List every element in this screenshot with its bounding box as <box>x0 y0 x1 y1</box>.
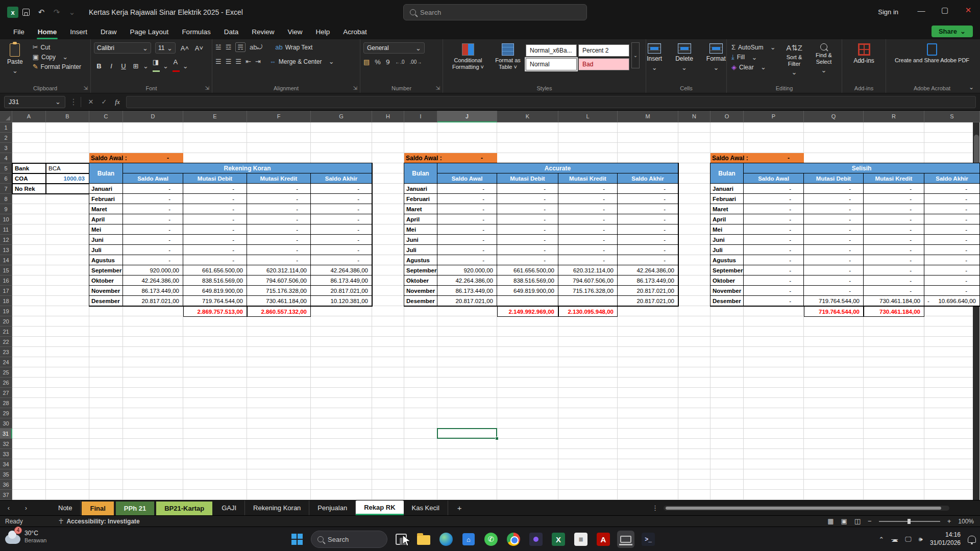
column-subheader[interactable]: Mutasi Debit <box>804 173 864 184</box>
active-app-button[interactable] <box>617 531 634 548</box>
data-cell[interactable]: 730.461.184,00 <box>864 296 924 306</box>
data-cell[interactable]: - <box>123 224 183 235</box>
column-subheader[interactable]: Mutasi Kredit <box>864 173 924 184</box>
row-header-27[interactable]: 27 <box>0 388 12 398</box>
align-left-icon[interactable]: ☰ <box>215 58 222 65</box>
data-cell[interactable]: - <box>618 194 678 204</box>
month-cell[interactable]: Desember <box>710 296 744 306</box>
data-cell[interactable]: - <box>804 204 864 214</box>
month-cell[interactable]: Oktober <box>404 276 437 286</box>
month-cell[interactable]: September <box>89 265 123 276</box>
data-cell[interactable]: - <box>804 245 864 255</box>
data-cell[interactable]: 838.516.569,00 <box>497 276 558 286</box>
excel-app-icon[interactable]: x <box>7 7 18 18</box>
data-cell[interactable]: - <box>744 265 804 276</box>
total-cell[interactable]: 730.461.184,00 <box>864 306 924 317</box>
month-cell[interactable]: Januari <box>404 184 437 194</box>
orientation-button[interactable]: ab⤾ <box>250 43 262 52</box>
data-cell[interactable]: - <box>924 194 980 204</box>
data-cell[interactable]: - <box>744 276 804 286</box>
info-value-cell[interactable] <box>46 184 89 194</box>
data-cell[interactable]: - <box>864 276 924 286</box>
data-cell[interactable]: - <box>123 184 183 194</box>
data-cell[interactable]: - <box>744 194 804 204</box>
saldo-awal-cell[interactable]: Saldo Awal :- <box>404 153 497 163</box>
row-header-36[interactable]: 36 <box>0 480 12 490</box>
month-cell[interactable]: Januari <box>710 184 744 194</box>
data-cell[interactable]: - <box>437 184 497 194</box>
align-top-icon[interactable]: ☱ <box>215 43 222 51</box>
decrease-indent-icon[interactable]: ⇤ <box>246 58 251 65</box>
month-cell[interactable]: Agustus <box>404 255 437 265</box>
data-cell[interactable]: 730.461.184,00 <box>247 296 311 306</box>
page-layout-view-button[interactable]: ▣ <box>841 517 847 525</box>
row-header-33[interactable]: 33 <box>0 449 12 459</box>
row-header-30[interactable]: 30 <box>0 418 12 429</box>
file-explorer-button[interactable] <box>415 531 432 548</box>
align-center-icon[interactable]: ☰ <box>226 58 232 65</box>
menu-tab-file[interactable]: File <box>7 27 31 37</box>
data-cell[interactable]: - <box>804 286 864 296</box>
data-cell[interactable]: - <box>183 235 247 245</box>
data-cell[interactable]: - <box>247 255 311 265</box>
data-cell[interactable]: 649.819.900,00 <box>183 286 247 296</box>
data-cell[interactable]: - <box>924 255 980 265</box>
data-cell[interactable]: - <box>123 245 183 255</box>
whatsapp-button[interactable]: ✆ <box>482 531 500 548</box>
total-cell[interactable]: 2.149.992.969,00 <box>497 306 558 317</box>
data-cell[interactable]: - <box>497 245 558 255</box>
name-box[interactable]: J31⌄ <box>4 96 65 108</box>
data-cell[interactable]: - <box>924 214 980 224</box>
data-cell[interactable]: 719.764.544,00 <box>804 296 864 306</box>
row-header-34[interactable]: 34 <box>0 459 12 469</box>
zoom-out-button[interactable]: − <box>868 517 872 525</box>
data-cell[interactable]: - <box>497 235 558 245</box>
total-cell[interactable]: 2.130.095.948,00 <box>558 306 618 317</box>
data-cell[interactable]: - <box>247 194 311 204</box>
data-cell[interactable]: - <box>497 194 558 204</box>
row-header-23[interactable]: 23 <box>0 347 12 357</box>
column-header-D[interactable]: D <box>123 111 183 122</box>
add-sheet-button[interactable]: + <box>448 500 471 515</box>
data-cell[interactable]: - <box>183 255 247 265</box>
menu-tab-page-layout[interactable]: Page Layout <box>124 27 175 37</box>
data-cell[interactable]: 661.656.500,00 <box>497 265 558 276</box>
share-button[interactable]: Share⌄ <box>932 26 973 37</box>
data-cell[interactable]: 715.176.328,00 <box>247 286 311 296</box>
create-pdf-button[interactable]: Create and Share Adobe PDF <box>889 42 975 65</box>
month-cell[interactable]: Januari <box>89 184 123 194</box>
data-cell[interactable]: - <box>247 224 311 235</box>
data-cell[interactable]: 661.656.500,00 <box>183 265 247 276</box>
column-header-O[interactable]: O <box>710 111 744 122</box>
data-cell[interactable]: - <box>437 245 497 255</box>
data-cell[interactable]: - <box>924 235 980 245</box>
month-cell[interactable]: April <box>710 214 744 224</box>
row-header-9[interactable]: 9 <box>0 204 12 214</box>
column-subheader[interactable]: Mutasi Debit <box>497 173 558 184</box>
accounting-format-icon[interactable]: ▤ <box>363 58 370 66</box>
row-header-19[interactable]: 19 <box>0 306 12 316</box>
decrease-decimal-icon[interactable]: .00→ <box>409 59 422 65</box>
style-normal-x6[interactable]: Normal_x6Ba... <box>526 44 577 57</box>
find-select-button[interactable]: Find & Select⌄ <box>809 42 839 77</box>
sheet-tab-final[interactable]: Final <box>82 502 113 515</box>
align-middle-icon[interactable]: ☲ <box>226 43 232 51</box>
row-header-17[interactable]: 17 <box>0 286 12 296</box>
column-header-I[interactable]: I <box>404 111 437 122</box>
data-cell[interactable]: 42.264.386,00 <box>437 276 497 286</box>
column-header-P[interactable]: P <box>744 111 804 122</box>
data-cell[interactable]: - <box>497 204 558 214</box>
clipboard-dialog-launcher[interactable]: ⇲ <box>84 85 88 91</box>
month-cell[interactable]: Mei <box>404 224 437 235</box>
data-cell[interactable]: - <box>744 296 804 306</box>
month-cell[interactable]: Agustus <box>710 255 744 265</box>
collapse-ribbon-button[interactable]: ⌄ <box>969 84 974 91</box>
data-cell[interactable]: - <box>311 204 372 214</box>
data-cell[interactable]: 920.000,00 <box>123 265 183 276</box>
data-cell[interactable]: - <box>183 224 247 235</box>
volume-icon[interactable]: 🕪 <box>919 535 923 543</box>
month-cell[interactable]: April <box>89 214 123 224</box>
data-cell[interactable]: - <box>924 224 980 235</box>
data-cell[interactable]: 794.607.506,00 <box>247 276 311 286</box>
data-cell[interactable]: - <box>924 265 980 276</box>
